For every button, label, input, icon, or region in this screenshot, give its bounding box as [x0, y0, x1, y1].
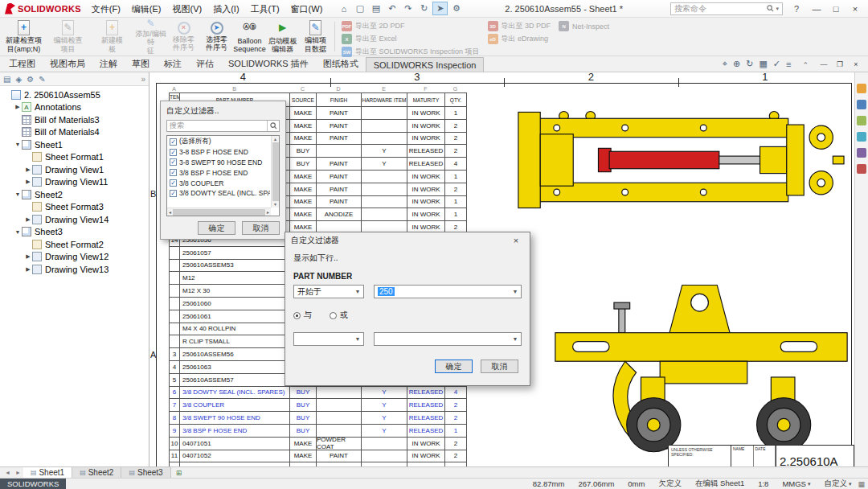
- appearances-icon[interactable]: [857, 148, 866, 158]
- filter-list-item[interactable]: ✓3/8 DOWTY SEAL (INCL. SPARES): [167, 188, 270, 199]
- scrollbar-thumb-h[interactable]: [173, 209, 265, 216]
- cancel-button[interactable]: 取消: [481, 360, 518, 373]
- dimxpert-tab-icon[interactable]: ✎: [39, 75, 45, 84]
- tab-工程图[interactable]: 工程图: [2, 55, 43, 72]
- doc-minimize-icon[interactable]: —: [817, 59, 831, 70]
- scroll-down-icon[interactable]: ▼: [273, 202, 277, 207]
- maximize-icon[interactable]: □: [826, 2, 845, 16]
- launch-template-editor-button[interactable]: ▶启动模板编辑器: [266, 18, 299, 55]
- cancel-button[interactable]: 取消: [242, 221, 280, 235]
- tab-评估[interactable]: 评估: [189, 55, 221, 72]
- verify-icon[interactable]: ✓: [773, 59, 780, 69]
- filter-search-input[interactable]: 搜索: [166, 120, 280, 132]
- redo-icon[interactable]: ↷: [400, 2, 416, 15]
- bom-row[interactable]: 63/8 DOWTY SEAL (INCL. SPARES)BUYYRELEAS…: [170, 387, 467, 400]
- balloon-sequence-button[interactable]: ⒶⒷBalloonSequence: [233, 18, 266, 55]
- sheet-tab-Sheet3[interactable]: ▤Sheet3: [121, 467, 170, 478]
- doc-close-icon[interactable]: ×: [849, 59, 863, 70]
- tree-item-Drawing-View11[interactable]: ▶Drawing View11: [0, 176, 149, 189]
- doc-restore-icon[interactable]: ❐: [833, 59, 847, 70]
- drawing-area[interactable]: 4321 BA ABCDEFG ITEM NO.PART NUMBERSOURC…: [149, 72, 868, 466]
- open-icon[interactable]: ▤: [368, 2, 383, 15]
- collapsed-icon[interactable]: ▶: [24, 266, 32, 273]
- tree-item-Sheet-Format3[interactable]: Sheet Format3: [0, 201, 149, 214]
- checkbox-checked-icon[interactable]: ✓: [170, 138, 177, 146]
- dialog-titlebar[interactable]: 自定义过滤器 ×: [285, 232, 530, 248]
- zoom-to-area-icon[interactable]: ⊕: [733, 59, 740, 69]
- value2-combo[interactable]: ▼: [374, 332, 522, 346]
- minimize-icon[interactable]: —: [807, 2, 826, 16]
- tree-item-Bill-of-Materials3[interactable]: Bill of Materials3: [0, 113, 149, 126]
- ok-button[interactable]: 确定: [435, 360, 473, 373]
- zoom-to-fit-icon[interactable]: ⌖: [723, 59, 727, 69]
- checkbox-checked-icon[interactable]: ✓: [170, 179, 177, 187]
- scroll-right-icon[interactable]: ►: [266, 210, 270, 215]
- tab-草图[interactable]: 草图: [125, 55, 157, 72]
- custom-properties-icon[interactable]: [857, 164, 866, 174]
- add-sheet-icon[interactable]: ⊞: [171, 469, 187, 477]
- panel-flyout-icon[interactable]: »: [141, 75, 145, 84]
- scroll-up-icon[interactable]: ▲: [273, 137, 277, 142]
- filter-list-item[interactable]: ✓3/8 BSP F HOSE END: [167, 167, 270, 178]
- command-search-input[interactable]: 搜索命令 ▾: [670, 2, 783, 15]
- filter-list-item[interactable]: ✓3-8 BSP F HOSE END: [167, 147, 270, 158]
- drawing-sheet[interactable]: 4321 BA ABCDEFG ITEM NO.PART NUMBERSOURC…: [149, 72, 854, 466]
- edit-project-data-button[interactable]: ✎编辑项目数据: [299, 18, 332, 55]
- checkbox-checked-icon[interactable]: ✓: [170, 169, 177, 176]
- help-icon[interactable]: ?: [789, 4, 804, 14]
- sheet-nav-left-icon[interactable]: ◄: [2, 470, 13, 475]
- filter-search-icon[interactable]: [267, 121, 279, 131]
- menu-item-插入-I-[interactable]: 插入(I): [207, 0, 244, 18]
- tree-item-Drawing-View1[interactable]: ▶Drawing View1: [0, 163, 149, 176]
- tree-item-Annotations[interactable]: ▶AAnnotations: [0, 101, 149, 114]
- select-icon[interactable]: ➤: [432, 2, 448, 15]
- new-inspection-project-button[interactable]: +新建检查项目(amp;N): [2, 18, 46, 55]
- or-radio[interactable]: 或: [330, 310, 348, 321]
- options-icon[interactable]: ⚙: [448, 2, 464, 15]
- view-settings-icon[interactable]: ▦: [759, 59, 767, 69]
- condition2-dropdown[interactable]: ▼: [293, 332, 364, 346]
- filter-list-item[interactable]: ✓3-8 SWEPT 90 HOSE END: [167, 158, 270, 168]
- bom-row[interactable]: 83/8 SWEPT 90 HOSE ENDBUYYRELEASED2: [170, 412, 467, 425]
- tree-item-Drawing-View13[interactable]: ▶Drawing View13: [0, 263, 149, 276]
- filter-list-item[interactable]: ✓3/8 COUPLER: [167, 178, 270, 188]
- filter-list-item[interactable]: ✓(选择所有): [167, 137, 270, 147]
- sheet-tab-Sheet1[interactable]: ▤Sheet1: [23, 467, 72, 478]
- collapsed-icon[interactable]: ▶: [24, 216, 32, 223]
- tab-标注[interactable]: 标注: [157, 55, 189, 72]
- select-balloon-button[interactable]: ➤选择零件序号: [200, 18, 233, 55]
- sheet-nav-right-icon[interactable]: ►: [13, 470, 23, 475]
- rebuild-icon[interactable]: ↻: [416, 2, 432, 15]
- view-palette-icon[interactable]: [857, 132, 866, 142]
- tree-item-Drawing-View12[interactable]: ▶Drawing View12: [0, 251, 149, 264]
- bom-row[interactable]: 93/8 BSP F HOSE ENDBUYYRELEASED1: [170, 425, 467, 438]
- task-pane-icon[interactable]: [857, 84, 866, 93]
- tree-item-Sheet2[interactable]: ▼Sheet2: [0, 188, 149, 201]
- value-combo[interactable]: 250 ▼: [374, 285, 522, 298]
- tree-item-Sheet1[interactable]: ▼Sheet1: [0, 138, 149, 151]
- menu-item-视图-V-[interactable]: 视图(V): [167, 0, 208, 18]
- tab-视图布局[interactable]: 视图布局: [43, 55, 92, 72]
- feature-tree-tab-icon[interactable]: ▤: [3, 75, 10, 84]
- expanded-icon[interactable]: ▼: [14, 191, 22, 197]
- file-explorer-icon[interactable]: [857, 116, 866, 125]
- bom-row[interactable]: 73/8 COUPLERBUYYRELEASED2: [170, 399, 467, 412]
- options-list-icon[interactable]: ≡: [786, 60, 791, 69]
- menu-item-文件-F-[interactable]: 文件(F): [86, 0, 126, 18]
- tree-item-Drawing-View14[interactable]: ▶Drawing View14: [0, 213, 149, 226]
- bom-row[interactable]: 1104071052MAKEPAINTIN WORK2: [170, 450, 467, 463]
- tab-SOLIDWORKS-插件[interactable]: SOLIDWORKS 插件: [221, 55, 316, 72]
- property-tab-icon[interactable]: ◈: [15, 75, 22, 84]
- expanded-icon[interactable]: ▼: [14, 229, 22, 235]
- status-grid-icon[interactable]: ▦: [858, 480, 868, 488]
- bom-row[interactable]: 1004071051MAKEPOWDER COATIN WORK2: [170, 438, 467, 450]
- collapsed-icon[interactable]: ▶: [24, 253, 32, 260]
- undo-icon[interactable]: ↶: [384, 2, 399, 15]
- status-自定义[interactable]: 自定义▾: [824, 479, 851, 489]
- scrollbar-thumb[interactable]: [272, 142, 279, 201]
- sheet-tab-Sheet2[interactable]: ▤Sheet2: [72, 467, 121, 478]
- configuration-tab-icon[interactable]: ⚙: [27, 75, 34, 84]
- ok-button[interactable]: 确定: [198, 221, 235, 235]
- collapse-ribbon-icon[interactable]: ⌃: [797, 61, 813, 72]
- tab-SOLIDWORKS-Inspection[interactable]: SOLIDWORKS Inspection: [366, 57, 485, 72]
